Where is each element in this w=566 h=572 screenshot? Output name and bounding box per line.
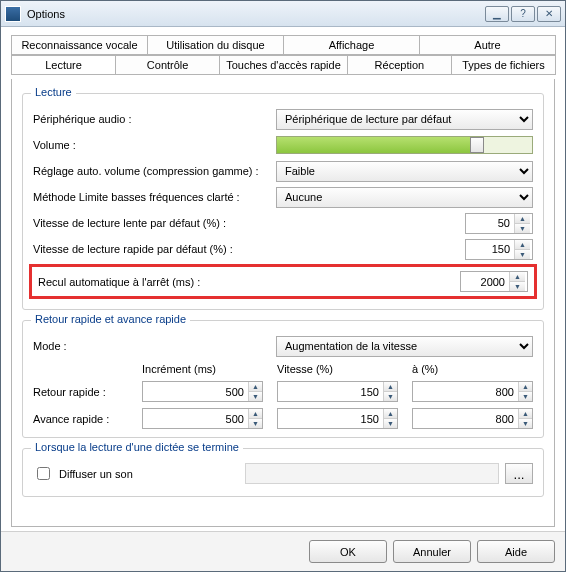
audio-device-combo[interactable]: Périphérique de lecture par défaut [276, 109, 533, 130]
tab-lecture[interactable]: Lecture [11, 55, 116, 75]
sound-path-input [245, 463, 499, 484]
rw-speed-spinner[interactable]: ▲▼ [277, 381, 398, 402]
col-to-header: à (%) [412, 363, 533, 375]
autovol-label: Réglage auto. volume (compression gamme)… [33, 165, 268, 177]
spinner-up-icon[interactable]: ▲ [519, 382, 532, 392]
rw-increment-input[interactable] [143, 382, 248, 401]
play-sound-checkbox[interactable] [37, 467, 50, 480]
ok-button[interactable]: OK [309, 540, 387, 563]
col-increment-header: Incrément (ms) [142, 363, 263, 375]
group-lecture-legend: Lecture [31, 86, 76, 98]
ff-speed-input[interactable] [278, 409, 383, 428]
rw-label: Retour rapide : [33, 386, 128, 398]
tab-controle[interactable]: Contrôle [115, 55, 220, 75]
window-title: Options [27, 8, 485, 20]
audio-device-label: Périphérique audio : [33, 113, 268, 125]
rw-speed-input[interactable] [278, 382, 383, 401]
spinner-up-icon[interactable]: ▲ [249, 382, 262, 392]
rewind-input[interactable] [461, 272, 509, 291]
spinner-down-icon[interactable]: ▼ [519, 392, 532, 401]
cancel-button[interactable]: Annuler [393, 540, 471, 563]
tab-types-de-fichiers[interactable]: Types de fichiers [451, 55, 556, 75]
spinner-up-icon[interactable]: ▲ [510, 272, 525, 282]
spinner-down-icon[interactable]: ▼ [515, 250, 530, 259]
volume-label: Volume : [33, 139, 268, 151]
group-end-legend: Lorsque la lecture d'une dictée se termi… [31, 441, 243, 453]
rewind-label: Recul automatique à l'arrêt (ms) : [38, 276, 273, 288]
spinner-down-icon[interactable]: ▼ [384, 419, 397, 428]
rewind-spinner[interactable]: ▲▼ [460, 271, 528, 292]
ffrw-mode-combo[interactable]: Augmentation de la vitesse [276, 336, 533, 357]
slow-speed-spinner[interactable]: ▲▼ [465, 213, 533, 234]
ff-to-spinner[interactable]: ▲▼ [412, 408, 533, 429]
autovol-combo[interactable]: Faible [276, 161, 533, 182]
bass-combo[interactable]: Aucune [276, 187, 533, 208]
tab-affichage[interactable]: Affichage [283, 35, 420, 55]
ff-increment-input[interactable] [143, 409, 248, 428]
spinner-down-icon[interactable]: ▼ [519, 419, 532, 428]
ffrw-mode-label: Mode : [33, 340, 268, 352]
spinner-up-icon[interactable]: ▲ [515, 240, 530, 250]
spinner-up-icon[interactable]: ▲ [515, 214, 530, 224]
ff-increment-spinner[interactable]: ▲▼ [142, 408, 263, 429]
tab-reconnaissance-vocale[interactable]: Reconnaissance vocale [11, 35, 148, 55]
ff-to-input[interactable] [413, 409, 518, 428]
fast-speed-spinner[interactable]: ▲▼ [465, 239, 533, 260]
spinner-up-icon[interactable]: ▲ [384, 409, 397, 419]
fast-speed-label: Vitesse de lecture rapide par défaut (%)… [33, 243, 268, 255]
spinner-down-icon[interactable]: ▼ [249, 392, 262, 401]
rw-increment-spinner[interactable]: ▲▼ [142, 381, 263, 402]
help-button-footer[interactable]: Aide [477, 540, 555, 563]
spinner-down-icon[interactable]: ▼ [249, 419, 262, 428]
col-speed-header: Vitesse (%) [277, 363, 398, 375]
app-icon [5, 6, 21, 22]
spinner-up-icon[interactable]: ▲ [519, 409, 532, 419]
minimize-button[interactable]: ▁ [485, 6, 509, 22]
tab-autre[interactable]: Autre [419, 35, 556, 55]
ff-speed-spinner[interactable]: ▲▼ [277, 408, 398, 429]
slow-speed-label: Vitesse de lecture lente par défaut (%) … [33, 217, 268, 229]
spinner-down-icon[interactable]: ▼ [510, 282, 525, 291]
fast-speed-input[interactable] [466, 240, 514, 259]
help-button[interactable]: ? [511, 6, 535, 22]
bass-label: Méthode Limite basses fréquences clarté … [33, 191, 268, 203]
tab-touches-acces-rapide[interactable]: Touches d'accès rapide [219, 55, 348, 75]
tab-reception[interactable]: Réception [347, 55, 452, 75]
play-sound-label: Diffuser un son [59, 468, 239, 480]
volume-slider[interactable] [276, 136, 533, 154]
rw-to-spinner[interactable]: ▲▼ [412, 381, 533, 402]
group-ffrw-legend: Retour rapide et avance rapide [31, 313, 190, 325]
spinner-down-icon[interactable]: ▼ [384, 392, 397, 401]
tab-utilisation-du-disque[interactable]: Utilisation du disque [147, 35, 284, 55]
spinner-up-icon[interactable]: ▲ [384, 382, 397, 392]
rewind-highlighted-row: Recul automatique à l'arrêt (ms) : ▲▼ [29, 264, 537, 299]
browse-sound-button[interactable]: ... [505, 463, 533, 484]
ff-label: Avance rapide : [33, 413, 128, 425]
spinner-down-icon[interactable]: ▼ [515, 224, 530, 233]
rw-to-input[interactable] [413, 382, 518, 401]
spinner-up-icon[interactable]: ▲ [249, 409, 262, 419]
close-button[interactable]: ✕ [537, 6, 561, 22]
slow-speed-input[interactable] [466, 214, 514, 233]
